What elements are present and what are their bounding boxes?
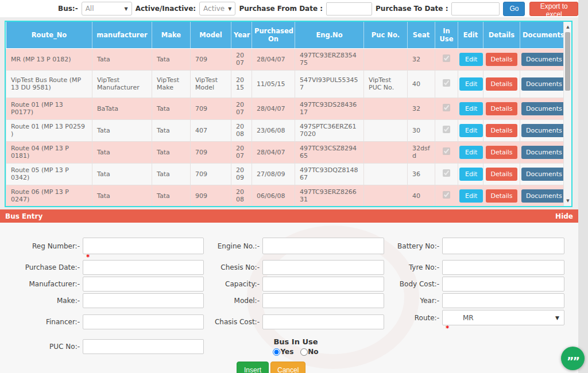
- purchase-date-label: Purchase Date:-: [2, 263, 83, 271]
- documents-button[interactable]: Documents: [521, 146, 564, 159]
- details-button[interactable]: Details: [486, 146, 517, 159]
- tyre-no-input[interactable]: [442, 260, 564, 275]
- documents-button[interactable]: Documents: [521, 124, 564, 137]
- form-column-left: Reg Number:-*Purchase Date:-Manufacturer…: [2, 238, 204, 354]
- edit-button[interactable]: Edit: [459, 102, 483, 115]
- export-to-excel-button[interactable]: Export to excel: [529, 2, 578, 16]
- app-frame: Bus:- All ▼ Active/Inactive: Active ▼ Pu…: [0, 0, 588, 373]
- page-scrollbar[interactable]: [578, 0, 588, 373]
- filter-toolbar: Bus:- All ▼ Active/Inactive: Active ▼ Pu…: [0, 0, 578, 17]
- edit-button[interactable]: Edit: [459, 168, 483, 181]
- details-button[interactable]: Details: [486, 53, 517, 66]
- cell-model: 709: [191, 98, 231, 119]
- bus-table-container: Route_NomanufacturerMakeModelYearPurchas…: [5, 21, 572, 207]
- yes-radio-label[interactable]: Yes: [280, 348, 293, 356]
- cell-manufacturer: Tata: [92, 185, 152, 207]
- edit-button[interactable]: Edit: [459, 124, 483, 137]
- cell-make: Tata: [152, 98, 191, 119]
- active-filter-select[interactable]: Active ▼: [199, 2, 235, 15]
- bus-in-use-group: Bus In Use Yes No: [256, 337, 336, 356]
- cell-in-use: [435, 98, 458, 119]
- route-select[interactable]: MR▼: [442, 310, 564, 325]
- cell-in-use: [435, 185, 458, 207]
- details-button[interactable]: Details: [486, 77, 517, 91]
- chasis-cost-label: Chasis Cost:-: [184, 318, 262, 326]
- scroll-down-icon[interactable]: ▼: [564, 197, 572, 205]
- hide-toggle[interactable]: Hide: [555, 212, 573, 220]
- details-button[interactable]: Details: [486, 124, 517, 137]
- cell-year: 2007: [231, 48, 252, 70]
- cell-eng-no: 497TC93ERZ826631: [295, 185, 364, 207]
- chat-quote-icon: ””: [567, 355, 579, 367]
- cell-year: 2007: [231, 141, 252, 163]
- battery-no-label: Battery No:-: [363, 242, 442, 250]
- edit-button[interactable]: Edit: [459, 53, 483, 66]
- cell-manufacturer: Tata: [92, 48, 152, 70]
- cell-model: 709: [191, 141, 231, 163]
- cell-manufacturer: BaTata: [92, 98, 152, 119]
- details-button[interactable]: Details: [486, 102, 517, 115]
- bus-filter-select[interactable]: All ▼: [82, 2, 132, 15]
- cell-seat: 40: [408, 70, 435, 98]
- documents-button[interactable]: Documents: [521, 77, 564, 91]
- chesis-no-label: Chesis No:-: [184, 263, 262, 271]
- cell-eng-no: 497SPTC36ERZ617020: [295, 119, 364, 141]
- go-button[interactable]: Go: [503, 2, 525, 16]
- tyre-no-label: Tyre No:-: [363, 263, 442, 271]
- cell-documents: Documents: [520, 98, 564, 119]
- cell-route-no: Route 05 (MP 13 P 0342): [6, 163, 92, 185]
- cell-edit: Edit: [458, 185, 483, 207]
- route-value: MR: [463, 314, 474, 322]
- table-row: VipTest Bus Route (MP 13 DU 9581)VipTest…: [6, 70, 564, 98]
- cell-year: 2009: [231, 163, 252, 185]
- documents-button[interactable]: Documents: [521, 53, 564, 66]
- cell-make: Tata: [152, 141, 191, 163]
- cell-puc-no: [364, 98, 408, 119]
- edit-button[interactable]: Edit: [459, 189, 483, 203]
- edit-button[interactable]: Edit: [459, 146, 483, 159]
- cell-puc-no: [364, 119, 408, 141]
- cell-make: VipTest Make: [152, 70, 191, 98]
- table-scrollbar[interactable]: ▲ ▼: [563, 22, 571, 206]
- cell-details: Details: [483, 119, 520, 141]
- cell-edit: Edit: [458, 98, 483, 119]
- column-header-make: Make: [152, 22, 191, 48]
- in-use-checkbox: [443, 55, 450, 62]
- year-label: Year:-: [363, 297, 442, 305]
- table-row: Route 05 (MP 13 P 0342)TataTata709200927…: [6, 163, 564, 185]
- edit-button[interactable]: Edit: [459, 77, 483, 91]
- battery-no-input[interactable]: [442, 238, 564, 254]
- details-button[interactable]: Details: [486, 189, 517, 203]
- in-use-checkbox: [443, 191, 450, 199]
- cancel-button[interactable]: Cancel: [270, 362, 305, 373]
- bus-in-use-no-radio[interactable]: [300, 348, 308, 356]
- cell-route-no: Route 06 (MP 13 P 0247): [6, 185, 92, 207]
- purchase-to-label: Purchase To Date :: [376, 5, 448, 13]
- puc-no-input[interactable]: [83, 339, 204, 354]
- scroll-up-icon[interactable]: ▲: [564, 23, 572, 31]
- documents-button[interactable]: Documents: [521, 189, 564, 203]
- in-use-checkbox: [443, 126, 450, 133]
- documents-button[interactable]: Documents: [521, 102, 564, 115]
- purchase-to-input[interactable]: [451, 2, 500, 15]
- year-input[interactable]: [442, 293, 564, 308]
- documents-button[interactable]: Documents: [521, 168, 564, 181]
- purchase-from-input[interactable]: [326, 2, 372, 15]
- column-header-purchased-on: Purchased On: [252, 22, 295, 48]
- cell-seat: 32: [408, 48, 435, 70]
- cell-puc-no: [364, 141, 408, 163]
- bus-in-use-yes-radio[interactable]: [273, 348, 280, 356]
- table-row: MR (MP 13 P 0182)TataTata709200728/04/07…: [6, 48, 564, 70]
- cell-seat: 32dsfd: [408, 141, 435, 163]
- body-cost-input[interactable]: [442, 277, 564, 292]
- required-marker: *: [446, 325, 449, 331]
- chat-bubble-button[interactable]: ””: [561, 347, 585, 370]
- insert-button[interactable]: Insert: [237, 362, 269, 373]
- bus-filter-label: Bus:-: [58, 5, 78, 13]
- cell-in-use: [435, 48, 458, 70]
- no-radio-label[interactable]: No: [308, 348, 318, 356]
- cell-puc-no: [364, 185, 408, 207]
- cell-year: 2008: [231, 119, 252, 141]
- scrollbar-thumb[interactable]: [565, 32, 570, 91]
- details-button[interactable]: Details: [486, 168, 517, 181]
